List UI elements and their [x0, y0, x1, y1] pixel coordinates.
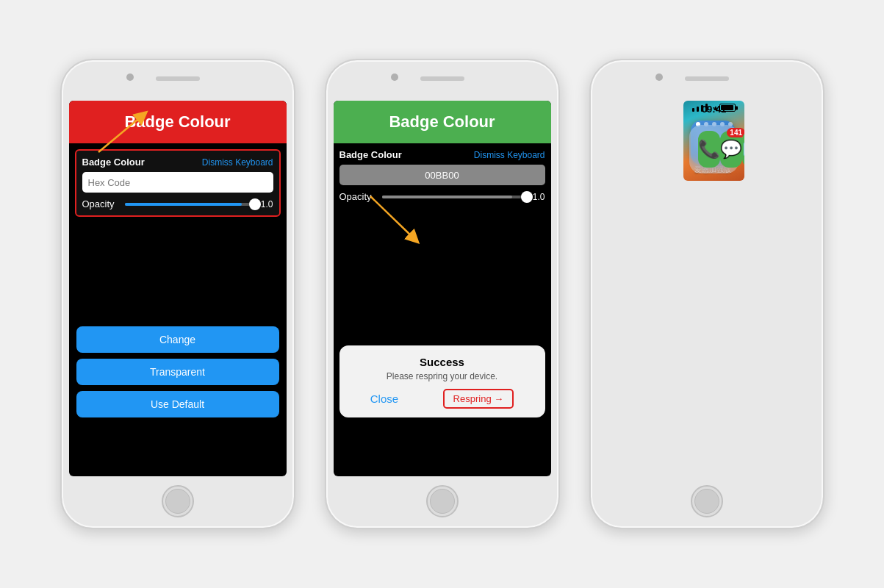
battery-fill: [721, 105, 733, 110]
close-button[interactable]: Close: [370, 392, 398, 405]
svg-line-1: [370, 196, 414, 239]
badge-header-green: Badge Colour: [334, 101, 551, 143]
dialog-buttons: Close Respring →: [348, 389, 536, 409]
slider-thumb-2[interactable]: [521, 191, 533, 203]
bar-1: [692, 108, 694, 112]
status-bar: ▲ 09:41: [683, 101, 744, 115]
status-right: [719, 104, 736, 112]
dock-phone[interactable]: 📞: [698, 131, 720, 168]
opacity-value-2: 1.0: [533, 192, 545, 202]
hex-input-2[interactable]: [339, 165, 545, 185]
slider-thumb[interactable]: [249, 198, 261, 210]
respring-button[interactable]: Respring →: [443, 389, 514, 409]
dialog-message: Please respring your device.: [348, 371, 536, 381]
arrow-annotation-2: [348, 189, 436, 248]
dialog-title: Success: [348, 356, 536, 368]
transparent-button[interactable]: Transparent: [76, 359, 279, 385]
opacity-slider[interactable]: [125, 203, 255, 206]
phone-icon: 📞: [698, 139, 720, 159]
dismiss-keyboard[interactable]: Dismiss Keyboard: [202, 157, 273, 168]
home-button-inner: [165, 489, 190, 514]
svg-line-0: [98, 115, 143, 152]
screen-2: Badge Colour Badge Colour Dismiss Keyboa…: [334, 101, 551, 476]
action-buttons: Change Transparent Use Default: [76, 326, 279, 417]
phone-camera-3: [655, 74, 663, 81]
label-row-2: Badge Colour Dismiss Keyboard: [339, 149, 545, 160]
slider-fill: [125, 203, 242, 206]
phone-speaker-3: [685, 76, 729, 81]
screen-1: Badge Colour Badge Colour Dismiss Keyboa…: [69, 101, 287, 476]
home-button-inner-3: [694, 489, 719, 514]
phone-1: Badge Colour Badge Colour Dismiss Keyboa…: [60, 59, 295, 529]
dock: 📞 💬 141 ✉️ 🐧: [689, 125, 739, 173]
phone-speaker-2: [420, 76, 464, 81]
badge-title-2: Badge Colour: [389, 112, 495, 131]
screen-3: ▲ 09:41 iU 爱恩加强版: [683, 101, 744, 181]
hex-input[interactable]: [82, 172, 273, 193]
phone-camera-2: [391, 74, 398, 81]
opacity-row: Opacity 1.0: [82, 198, 273, 209]
opacity-label: Opacity: [82, 198, 119, 209]
phone-speaker: [156, 76, 200, 81]
phone-camera: [126, 74, 134, 81]
phone-3: ▲ 09:41 iU 爱恩加强版: [589, 59, 824, 529]
dismiss-keyboard-2[interactable]: Dismiss Keyboard: [474, 150, 545, 160]
section-label-2: Badge Colour: [339, 149, 402, 160]
wechat-icon: 💬: [720, 139, 742, 159]
phone-2: Badge Colour Badge Colour Dismiss Keyboa…: [325, 59, 560, 529]
arrow-annotation: [84, 108, 172, 159]
home-button-inner-2: [430, 489, 455, 514]
wechat-badge: 141: [727, 128, 744, 137]
change-button[interactable]: Change: [76, 326, 279, 353]
success-dialog: Success Please respring your device. Clo…: [339, 345, 545, 417]
messages-icon: ✉️: [742, 139, 744, 159]
opacity-value: 1.0: [261, 199, 273, 209]
bar-2: [697, 107, 699, 112]
dock-wechat[interactable]: 💬 141: [720, 131, 742, 168]
dock-messages[interactable]: ✉️: [742, 131, 744, 168]
home-button-1[interactable]: [162, 485, 194, 517]
use-default-button[interactable]: Use Default: [76, 391, 279, 417]
home-button-3[interactable]: [691, 485, 723, 517]
battery-icon: [719, 104, 736, 112]
battery-tip: [736, 106, 738, 110]
home-button-2[interactable]: [426, 485, 459, 517]
